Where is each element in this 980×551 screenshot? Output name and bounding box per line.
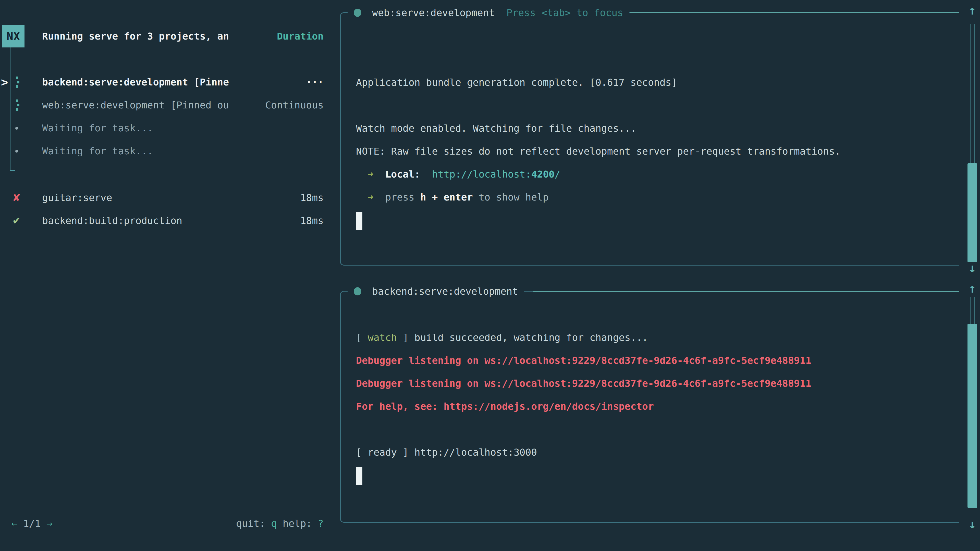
terminal-text-segment: ] xyxy=(397,332,414,343)
task-row[interactable]: Waiting for task... xyxy=(0,140,339,162)
web-scrollbar-thumb[interactable] xyxy=(967,163,977,262)
waiting-dot-icon xyxy=(15,127,18,130)
page-number: 1/1 xyxy=(23,518,41,529)
quit-key: q xyxy=(271,518,277,529)
terminal-line xyxy=(356,94,841,117)
running-status-dot-icon xyxy=(354,287,361,295)
terminal-line xyxy=(356,464,811,487)
terminal-text-segment: For help, see: https://nodejs.org/en/doc… xyxy=(356,401,654,412)
task-right-status: Continuous xyxy=(265,94,324,117)
page-prev-icon[interactable]: ← xyxy=(11,518,18,529)
terminal-text-segment: [ ready ] http://localhost:3000 xyxy=(356,447,537,458)
terminal-text-segment: ➜ xyxy=(356,192,385,203)
terminal-text-segment: Watch mode enabled. Watching for file ch… xyxy=(356,123,636,134)
terminal-text-segment: / xyxy=(555,168,560,180)
pagination: ← 1/1 → xyxy=(11,512,52,535)
task-label: Waiting for task... xyxy=(42,140,153,162)
terminal-text-segment: to show help xyxy=(473,192,549,203)
completed-task-row[interactable]: ✔backend:build:production18ms xyxy=(0,209,339,232)
backend-panel-title: backend:serve:development xyxy=(372,286,518,297)
task-duration: 18ms xyxy=(300,209,324,232)
task-label: backend:build:production xyxy=(42,209,182,232)
task-tree-line-foot xyxy=(10,170,15,171)
help-key: ? xyxy=(318,518,324,529)
web-scrollbar-track[interactable] xyxy=(970,24,975,163)
terminal-text-segment: NOTE: Raw file sizes do not reflect deve… xyxy=(356,146,841,157)
task-label: Waiting for task... xyxy=(42,117,153,140)
backend-panel-header-rule xyxy=(533,291,959,292)
backend-panel-header: backend:serve:development xyxy=(348,280,524,303)
terminal-line: For help, see: https://nodejs.org/en/doc… xyxy=(356,395,811,418)
terminal-line: Application bundle generation complete. … xyxy=(356,71,841,94)
terminal-text-segment: Debugger listening on ws://localhost:922… xyxy=(356,355,811,366)
web-scroll-up-icon[interactable]: ↑ xyxy=(963,3,980,18)
terminal-text-segment xyxy=(420,168,432,180)
web-panel-title: web:serve:development xyxy=(372,7,495,18)
nx-logo-badge: NX xyxy=(2,25,24,48)
web-panel-header: web:serve:development Press <tab> to foc… xyxy=(348,2,629,24)
terminal-line xyxy=(356,209,841,232)
terminal-text-segment: [ xyxy=(356,332,368,343)
backend-scroll-up-icon[interactable]: ↑ xyxy=(963,281,980,296)
task-failed-icon: ✘ xyxy=(12,186,21,209)
page-indicator xyxy=(18,518,23,529)
terminal-line xyxy=(356,48,841,71)
terminal-line: [ watch ] build succeeded, watching for … xyxy=(356,326,811,349)
terminal-text-segment: Application bundle generation complete. … xyxy=(356,77,677,88)
terminal-cursor xyxy=(356,212,363,230)
backend-scrollbar-track[interactable] xyxy=(970,297,975,324)
terminal-text-segment: 4200 xyxy=(531,168,555,180)
terminal-text-segment: build succeeded, watching for changes... xyxy=(414,332,648,343)
keyboard-hints: quit: q help: ? xyxy=(236,512,324,535)
focus-hint: Press <tab> to focus xyxy=(506,7,623,18)
page-next-icon[interactable]: → xyxy=(46,518,52,529)
terminal-text-segment: watch xyxy=(368,332,397,343)
terminal-text-segment: h + enter xyxy=(420,192,473,203)
selected-task-arrow-icon: > xyxy=(1,71,8,94)
terminal-line: Watch mode enabled. Watching for file ch… xyxy=(356,117,841,140)
task-spinner-icon xyxy=(16,76,18,88)
terminal-cursor xyxy=(356,467,363,485)
web-scroll-down-icon[interactable]: ↓ xyxy=(963,260,980,275)
terminal-line: Debugger listening on ws://localhost:922… xyxy=(356,372,811,395)
task-row[interactable]: Waiting for task... xyxy=(0,117,339,140)
backend-scrollbar-thumb[interactable] xyxy=(967,324,977,508)
terminal-line: NOTE: Raw file sizes do not reflect deve… xyxy=(356,140,841,163)
backend-panel-output: [ watch ] build succeeded, watching for … xyxy=(356,303,811,487)
web-panel-header-rule xyxy=(630,12,959,13)
terminal-line xyxy=(356,303,811,326)
help-hint-label: help: xyxy=(277,518,318,529)
terminal-line: [ ready ] http://localhost:3000 xyxy=(356,441,811,464)
terminal-line xyxy=(356,25,841,48)
terminal-line: ➜ Local: http://localhost:4200/ xyxy=(356,163,841,186)
task-label: guitar:serve xyxy=(42,186,112,209)
waiting-dot-icon xyxy=(15,150,18,152)
task-row[interactable]: >backend:serve:development [Pinne··· xyxy=(0,71,339,94)
running-status-dot-icon xyxy=(354,9,361,17)
task-right-status: ··· xyxy=(306,71,324,94)
terminal-text-segment: ➜ xyxy=(356,168,385,180)
terminal-line: ➜ press h + enter to show help xyxy=(356,186,841,209)
completed-task-row[interactable]: ✘guitar:serve18ms xyxy=(0,186,339,209)
terminal-text-segment: press xyxy=(385,192,420,203)
task-success-icon: ✔ xyxy=(12,209,21,232)
nx-tui-screen: NX Running serve for 3 projects, an Dura… xyxy=(0,0,980,551)
terminal-text-segment: http://localhost: xyxy=(432,168,531,180)
task-duration: 18ms xyxy=(300,186,324,209)
quit-hint-label: quit: xyxy=(236,518,271,529)
sidebar-title: Running serve for 3 projects, an xyxy=(42,25,229,48)
terminal-text-segment: Local: xyxy=(385,168,420,180)
spacer xyxy=(41,518,46,529)
backend-scroll-down-icon[interactable]: ↓ xyxy=(963,516,980,532)
task-label: backend:serve:development [Pinne xyxy=(42,71,229,94)
task-spinner-icon xyxy=(16,100,18,111)
terminal-line: Debugger listening on ws://localhost:922… xyxy=(356,349,811,372)
task-row[interactable]: web:serve:development [Pinned ouContinuo… xyxy=(0,94,339,117)
terminal-line xyxy=(356,418,811,441)
duration-column-header: Duration xyxy=(277,25,324,48)
terminal-text-segment: Debugger listening on ws://localhost:922… xyxy=(356,378,811,389)
task-label: web:serve:development [Pinned ou xyxy=(42,94,229,117)
web-panel-output: Application bundle generation complete. … xyxy=(356,25,841,232)
